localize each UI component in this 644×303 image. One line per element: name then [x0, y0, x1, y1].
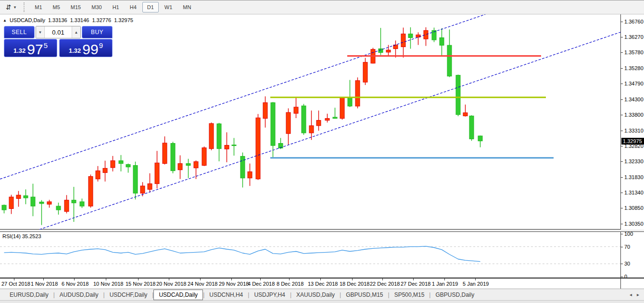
- candle-body: [31, 197, 35, 206]
- price-axis-label: 1.34300: [624, 97, 644, 102]
- price-axis[interactable]: 1.367601.362701.357801.352801.347901.343…: [620, 14, 644, 278]
- date-axis-tick: [382, 279, 383, 280]
- date-axis-tick: [169, 279, 169, 280]
- chart-shift-icon: ⇵: [6, 4, 12, 11]
- price-axis-tick: [621, 68, 623, 69]
- sell-price-small: 1.32: [13, 47, 25, 54]
- candle-body: [225, 145, 229, 149]
- candle-body: [424, 30, 428, 39]
- candle-body: [325, 119, 329, 121]
- tab-sp500-m15[interactable]: SP500,M15: [390, 290, 429, 300]
- tab-eurusd-daily[interactable]: EURUSD,Daily: [5, 290, 53, 300]
- date-axis-label: 1 Jan 2019: [432, 281, 458, 287]
- tab-gbpusd-daily[interactable]: GBPUSD,Daily: [430, 290, 479, 300]
- candle-body: [178, 164, 182, 170]
- lot-increase-button[interactable]: ▲: [72, 26, 80, 38]
- price-axis-label: 1.33800: [624, 112, 644, 118]
- triangle-up-icon: ▲: [75, 30, 78, 35]
- tab-scroll-nav: ◂ ▸: [630, 292, 639, 297]
- candle-body: [408, 34, 413, 38]
- price-axis-tick: [621, 131, 623, 131]
- candle-body: [386, 50, 391, 52]
- rsi-indicator-label: RSI(14) 35.2523: [2, 233, 41, 239]
- tab-scroll-right-icon[interactable]: ▸: [637, 292, 639, 297]
- candle-body: [2, 205, 6, 210]
- candle-body: [72, 200, 76, 203]
- rsi-axis-label: 30: [624, 261, 630, 267]
- date-axis-tick: [260, 279, 261, 280]
- date-axis-label: 10 Nov 2018: [93, 281, 123, 287]
- chart-tab-bar: EURUSD,Daily|AUDUSD,Daily|USDCHF,Daily|U…: [0, 289, 644, 300]
- candle-body: [401, 34, 405, 47]
- candle-body: [119, 161, 123, 164]
- tab-usdcnh-h4[interactable]: USDCNH,H4: [204, 290, 248, 300]
- current-price-badge: 1.32975: [621, 138, 644, 145]
- chart-shift-button[interactable]: ⇵ ▾: [4, 3, 18, 12]
- candle-body: [133, 165, 138, 193]
- rsi-axis-label: 70: [624, 244, 630, 250]
- collapse-triangle-icon[interactable]: ▲: [3, 18, 7, 23]
- buy-button[interactable]: BUY: [82, 26, 113, 38]
- chart-ohlc-header: ▲ USDCAD,Daily 1.33136 1.33146 1.32776 1…: [3, 17, 133, 23]
- buy-price-box[interactable]: 1.32 99 9: [59, 39, 113, 57]
- date-axis-label: 29 Nov 2018: [219, 281, 249, 287]
- price-axis-tick: [621, 146, 623, 146]
- price-axis-tick: [621, 37, 623, 37]
- price-axis-tick: [621, 115, 623, 115]
- candle-body: [202, 148, 206, 166]
- chevron-down-icon[interactable]: ▾: [14, 5, 16, 10]
- candle-body: [232, 145, 236, 146]
- price-axis-tick: [621, 161, 623, 162]
- timeframe-button-h1[interactable]: H1: [108, 2, 124, 12]
- sell-price-box[interactable]: 1.32 97 5: [4, 39, 57, 57]
- price-axis-tick: [621, 99, 623, 100]
- candle-body: [194, 162, 198, 168]
- timeframe-button-m15[interactable]: M15: [66, 2, 86, 12]
- date-axis-tick: [320, 279, 321, 280]
- lot-decrease-button[interactable]: ▼: [36, 26, 45, 38]
- timeframe-button-h4[interactable]: H4: [125, 2, 141, 12]
- candle-body: [271, 103, 275, 145]
- lot-size-value[interactable]: 0.01: [45, 26, 72, 38]
- date-axis-label: 18 Dec 2018: [340, 281, 369, 287]
- timeframe-button-w1[interactable]: W1: [160, 2, 177, 12]
- tab-audusd-daily[interactable]: AUDUSD,Daily: [55, 290, 103, 300]
- candle-body: [148, 184, 152, 190]
- price-axis-tick: [621, 224, 623, 224]
- tab-xauusd-daily[interactable]: XAUUSD,Daily: [291, 290, 340, 300]
- ohlc-open: 1.33136: [48, 17, 67, 23]
- date-axis-label: 4 Dec 2018: [248, 281, 275, 287]
- tab-gbpusd-m15[interactable]: GBPUSD,M15: [341, 290, 388, 300]
- candle-body: [286, 112, 290, 133]
- rsi-indicator-panel[interactable]: RSI(14) 35.2523: [0, 232, 620, 278]
- date-axis-label: 24 Nov 2018: [188, 281, 217, 287]
- candle-body: [316, 121, 321, 126]
- tab-usdchf-daily[interactable]: USDCHF,Daily: [105, 290, 152, 300]
- timeframe-button-m30[interactable]: M30: [87, 2, 106, 12]
- timeframe-button-mn[interactable]: MN: [178, 2, 196, 12]
- tab-usdcad-daily[interactable]: USDCAD,Daily: [153, 290, 203, 300]
- date-axis-label: 27 Dec 2018: [401, 281, 430, 287]
- sell-button[interactable]: SELL: [4, 26, 35, 38]
- candle-body: [47, 202, 51, 204]
- timeframe-button-m5[interactable]: M5: [48, 2, 65, 12]
- date-axis[interactable]: 27 Oct 20181 Nov 20186 Nov 201810 Nov 20…: [0, 278, 644, 289]
- buy-price-small: 1.32: [69, 47, 81, 54]
- tab-scroll-left-icon[interactable]: ◂: [630, 292, 632, 297]
- candle-body: [248, 172, 252, 178]
- price-axis-label: 1.31830: [624, 174, 644, 180]
- price-axis-label: 1.30850: [624, 205, 644, 211]
- toolbar-grip[interactable]: [24, 2, 25, 12]
- tab-usdjpy-h4[interactable]: USDJPY,H4: [249, 290, 290, 300]
- bottom-scroll-strip[interactable]: [0, 300, 644, 303]
- date-axis-label: 20 Nov 2018: [156, 281, 186, 287]
- candle-body: [309, 126, 314, 133]
- rsi-chart-canvas: [0, 232, 620, 278]
- main-chart[interactable]: ▲ USDCAD,Daily 1.33136 1.33146 1.32776 1…: [0, 14, 620, 230]
- buy-price-sup: 9: [99, 41, 103, 49]
- chart-symbol-label: USDCAD,Daily: [10, 17, 45, 23]
- lot-size-stepper: ▼ 0.01 ▲: [36, 26, 81, 38]
- timeframe-button-m1[interactable]: M1: [30, 2, 47, 12]
- candle-body: [440, 37, 444, 45]
- timeframe-button-d1[interactable]: D1: [142, 2, 159, 12]
